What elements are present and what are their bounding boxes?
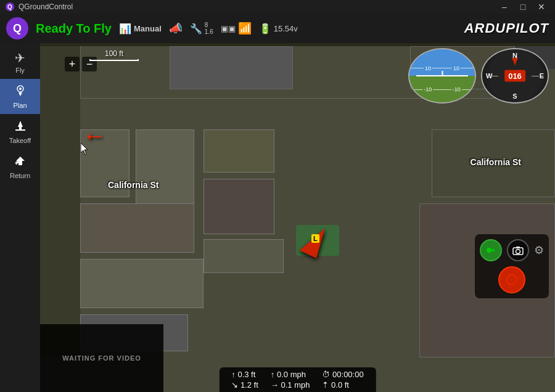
compass-e: E	[540, 72, 544, 80]
app-title: QGroundControl	[18, 2, 73, 11]
scale-bar: 100 ft	[89, 49, 139, 61]
toolbar: Q Ready To Fly 📊 Manual 📣 🔧 8 1.6 ▣▣ 📶 🔋…	[0, 14, 555, 43]
building-left4	[80, 259, 204, 308]
plan-label: Plan	[13, 102, 27, 109]
battery-status: 🔋 15.54v	[259, 23, 298, 35]
street-label-left: California St	[108, 180, 158, 190]
mode-icon: 📊	[119, 23, 131, 35]
stat-speed-up: ↑ 0.0 mph	[271, 370, 310, 379]
megaphone-icon: 📣	[169, 22, 183, 35]
takeoff-label: Takeoff	[9, 137, 31, 144]
svg-text:Q: Q	[7, 4, 12, 10]
horizon-val-bot-left: -10	[424, 86, 432, 92]
titlebar-left: Q QGroundControl	[5, 2, 73, 12]
svg-point-13	[507, 275, 517, 285]
ardupilot-text1: ARDU	[464, 20, 506, 36]
compass-heading: 016	[504, 70, 525, 82]
horizon-crosshair	[432, 75, 453, 76]
fly-button[interactable]: ✈ Fly	[0, 46, 40, 79]
main-content: ✈ Fly Plan Takeoff	[0, 43, 555, 392]
battery-voltage: 15.54v	[274, 24, 298, 33]
video-panel: WAITING FOR VIDEO	[40, 324, 163, 392]
svg-point-8	[487, 248, 491, 253]
signal-status: ▣▣ 📶	[221, 22, 252, 35]
stat-alt-gps: ⇡ 0.0 ft	[322, 380, 363, 390]
hud-container: 10 10 -10 -10	[408, 48, 549, 104]
artificial-horizon: 10 10 -10 -10	[408, 48, 476, 104]
mode-label: Manual	[134, 24, 162, 33]
building-mid3	[204, 239, 284, 273]
street-label-right: California St	[471, 157, 521, 167]
stop-record-button[interactable]	[498, 266, 525, 293]
fly-label: Fly	[15, 67, 25, 74]
ardupilot-logo: ARDUPILOT	[464, 20, 549, 36]
red-arrow-icon: ←	[82, 122, 107, 150]
fly-icon: ✈	[15, 51, 25, 65]
plan-button[interactable]: Plan	[0, 79, 40, 114]
app-icon: Q	[5, 2, 15, 12]
svg-rect-6	[19, 127, 22, 129]
megaphone-btn[interactable]: 📣	[169, 22, 183, 35]
wrench-sub: 1.6	[205, 28, 213, 35]
scale-text: 100 ft	[105, 49, 123, 58]
horizon-val-bot-right: -10	[453, 86, 461, 92]
compass-s: S	[512, 92, 517, 100]
plan-icon	[14, 84, 27, 100]
stat-time: ⏱ 00:00:00	[322, 370, 363, 379]
horizon-val-top-right: 10	[453, 65, 459, 71]
return-label: Return	[10, 172, 30, 179]
takeoff-icon	[14, 119, 27, 136]
video-waiting-label: WAITING FOR VIDEO	[62, 354, 141, 362]
building-top	[170, 46, 293, 89]
horizon-tick-bot: -10 -10	[409, 86, 475, 92]
ardupilot-text2: PILOT	[506, 20, 549, 36]
svg-marker-5	[18, 121, 23, 127]
svg-rect-4	[15, 129, 25, 131]
status-ready: Ready To Fly	[36, 22, 112, 36]
signal-icon: ▣▣	[221, 24, 236, 33]
return-button[interactable]: Return	[0, 149, 40, 184]
titlebar: Q QGroundControl – □ ✕	[0, 0, 555, 14]
settings-gear-icon[interactable]: ⚙	[534, 243, 544, 257]
plan-arrow: ←	[82, 122, 107, 150]
left-strip	[40, 43, 80, 357]
minimize-button[interactable]: –	[496, 0, 513, 14]
flight-mode[interactable]: 📊 Manual	[119, 23, 162, 35]
map[interactable]: 100 ft + − California St California St L…	[40, 43, 555, 392]
video-record-button[interactable]	[480, 239, 502, 261]
camera-record-row	[498, 266, 525, 293]
battery-icon: 🔋	[259, 23, 271, 35]
wrench-count: 8	[205, 22, 213, 28]
camera-controls: ⚙	[475, 234, 549, 298]
sidebar: ✈ Fly Plan Takeoff	[0, 43, 40, 392]
return-icon	[14, 154, 27, 171]
svg-rect-12	[516, 247, 520, 248]
horizon-val-top-left: 10	[425, 65, 431, 71]
compass-tick-w	[491, 76, 498, 76]
stat-alt-up: ↑ 0.3 ft	[231, 370, 258, 379]
scale-line	[89, 59, 139, 61]
stat-speed-horiz: → 0.1 mph	[271, 380, 310, 390]
building-mid1	[204, 129, 274, 173]
close-button[interactable]: ✕	[533, 0, 550, 14]
top-strip	[40, 43, 555, 46]
wrench-status[interactable]: 🔧 8 1.6	[190, 22, 213, 35]
takeoff-button[interactable]: Takeoff	[0, 114, 40, 149]
drone-label: L	[311, 234, 319, 243]
statusbar: ↑ 0.3 ft ↑ 0.0 mph ⏱ 00:00:00 ↘ 1.2 ft →…	[219, 367, 376, 392]
zoom-in-button[interactable]: +	[65, 57, 80, 71]
camera-top-row: ⚙	[480, 239, 544, 261]
svg-point-3	[19, 88, 22, 90]
drone-marker: L	[305, 225, 324, 256]
building-mid2	[204, 179, 274, 234]
signal-bars: 📶	[238, 22, 252, 35]
wrench-icon: 🔧	[190, 23, 202, 35]
photo-button[interactable]	[507, 239, 529, 261]
building-left3	[80, 203, 194, 253]
svg-marker-9	[492, 248, 495, 252]
stat-alt-down: ↘ 1.2 ft	[231, 380, 258, 390]
titlebar-controls: – □ ✕	[496, 0, 550, 14]
app-logo: Q	[6, 17, 28, 39]
compass-tick-e	[532, 76, 539, 76]
maximize-button[interactable]: □	[514, 0, 532, 14]
